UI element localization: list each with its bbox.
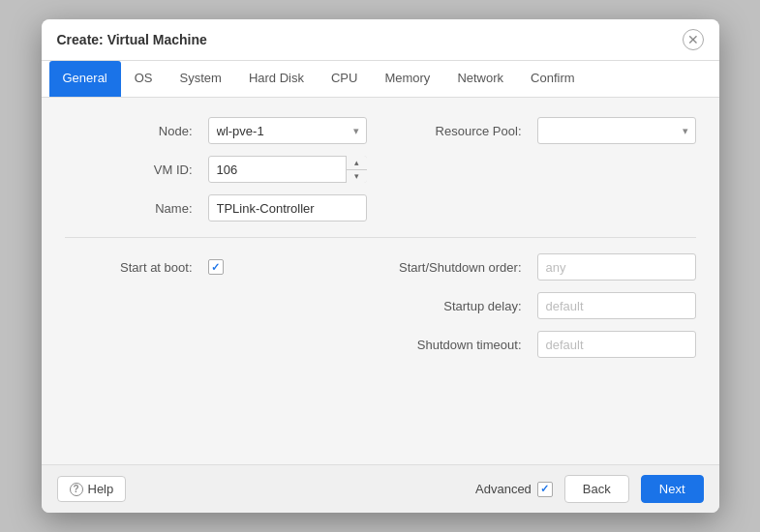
form-content: Node: wl-pve-1 ▾ Resource Pool: ▾ VM ID:… [42,98,719,464]
name-label: Name: [65,201,200,216]
question-icon: ? [70,483,83,496]
tab-network[interactable]: Network [443,61,517,97]
resource-pool-select[interactable] [537,117,696,144]
vmid-decrement-button[interactable]: ▾ [347,170,367,184]
tab-os[interactable]: OS [121,61,167,97]
form-grid: Node: wl-pve-1 ▾ Resource Pool: ▾ VM ID:… [65,117,696,358]
back-button[interactable]: Back [564,475,629,503]
help-label: Help [88,482,114,496]
shutdown-timeout-label: Shutdown timeout: [375,338,530,352]
resource-pool-select-wrapper: ▾ [537,117,696,144]
advanced-checkbox[interactable] [537,482,553,497]
footer-right: Advanced Back Next [475,475,703,503]
startup-delay-input[interactable] [537,292,696,319]
vmid-spinner-wrapper: 106 ▴ ▾ [208,156,367,183]
advanced-label: Advanced [475,482,532,496]
advanced-wrapper: Advanced [475,482,553,497]
vmid-increment-button[interactable]: ▴ [347,156,367,170]
resource-pool-label: Resource Pool: [375,124,530,138]
help-button[interactable]: ? Help [57,476,127,502]
create-vm-dialog: Create: Virtual Machine ✕ General OS Sys… [42,19,719,513]
name-input[interactable]: TPLink-Controller [208,194,367,222]
vmid-spinner-buttons: ▴ ▾ [346,156,367,183]
divider [65,237,696,238]
tab-system[interactable]: System [167,61,235,97]
next-button[interactable]: Next [641,475,704,503]
node-select[interactable]: wl-pve-1 [208,117,367,144]
shutdown-timeout-input[interactable] [537,331,696,358]
dialog-title: Create: Virtual Machine [57,32,207,47]
close-icon: ✕ [687,33,699,46]
startup-delay-label: Startup delay: [375,299,530,313]
vmid-input[interactable]: 106 [208,156,367,183]
close-button[interactable]: ✕ [683,29,704,50]
titlebar: Create: Virtual Machine ✕ [42,19,719,61]
node-select-wrapper: wl-pve-1 ▾ [208,117,367,144]
tab-bar: General OS System Hard Disk CPU Memory N… [42,61,719,98]
footer: ? Help Advanced Back Next [42,464,719,513]
start-at-boot-label: Start at boot: [65,260,200,275]
tab-general[interactable]: General [49,61,121,97]
node-label: Node: [65,124,200,138]
tab-cpu[interactable]: CPU [318,61,371,97]
vmid-label: VM ID: [65,163,200,177]
start-at-boot-wrapper [208,259,367,275]
start-at-boot-checkbox[interactable] [208,259,224,275]
tab-hard-disk[interactable]: Hard Disk [235,61,318,97]
tab-confirm[interactable]: Confirm [517,61,589,97]
tab-memory[interactable]: Memory [371,61,443,97]
start-shutdown-label: Start/Shutdown order: [375,260,530,275]
start-shutdown-input[interactable] [537,253,696,281]
